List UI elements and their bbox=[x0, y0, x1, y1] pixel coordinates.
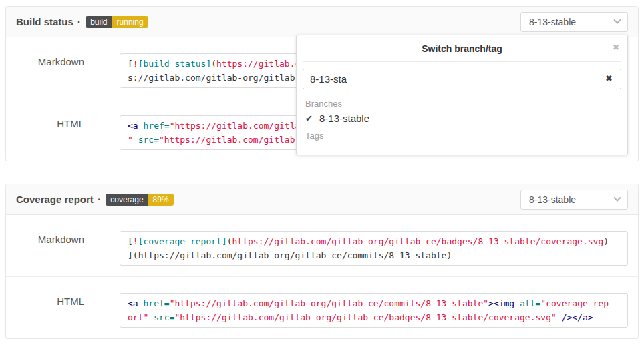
coverage-badge: coverage 89% bbox=[106, 194, 173, 206]
html-code-block: <a href="https://gitlab.com/gitlab-org/g… bbox=[120, 293, 628, 328]
row-label: Markdown bbox=[6, 231, 120, 245]
branch-item-label: 8-13-stable bbox=[319, 113, 369, 124]
badge-value: 89% bbox=[148, 194, 174, 206]
dropdown-header: Switch branch/tag ✖ bbox=[303, 35, 621, 62]
build-status-badge: build running bbox=[86, 16, 148, 28]
badge-label: coverage bbox=[106, 194, 148, 206]
panel-header: Coverage report · coverage 89% 8-13-stab… bbox=[6, 184, 638, 215]
branch-item[interactable]: ✔8-13-stable bbox=[297, 111, 627, 126]
code-line: ](https://gitlab.com/gitlab-org/gitlab-c… bbox=[128, 248, 620, 262]
row-label: HTML bbox=[6, 115, 120, 129]
title-separator: · bbox=[77, 16, 81, 28]
title-separator: · bbox=[98, 194, 101, 206]
row-label: HTML bbox=[6, 293, 120, 307]
branch-search-input[interactable] bbox=[303, 69, 621, 89]
dropdown-section-heading: Tags bbox=[297, 126, 627, 143]
panel-header: Build status · build running 8-13-stable bbox=[6, 7, 638, 37]
close-icon[interactable]: ✖ bbox=[613, 43, 619, 51]
panel-title: Build status bbox=[16, 16, 73, 27]
badge-value: running bbox=[112, 16, 148, 28]
html-row: HTML <a href="https://gitlab.com/gitlab-… bbox=[6, 276, 638, 338]
dropdown-title: Switch branch/tag bbox=[422, 43, 502, 54]
chevron-down-icon bbox=[613, 194, 621, 201]
markdown-row: Markdown [![coverage report](https://git… bbox=[6, 215, 638, 276]
coverage-report-panel: Coverage report · coverage 89% 8-13-stab… bbox=[5, 184, 639, 339]
switch-branch-dropdown: Switch branch/tag ✖ ✖ Branches✔8-13-stab… bbox=[296, 35, 628, 155]
branch-selector-button[interactable]: 8-13-stable bbox=[520, 190, 628, 210]
code-line: [![coverage report](https://gitlab.com/g… bbox=[128, 234, 620, 248]
clear-search-icon[interactable]: ✖ bbox=[605, 74, 613, 83]
code-line: <a href="https://gitlab.com/gitlab-org/g… bbox=[128, 296, 620, 310]
check-icon: ✔ bbox=[305, 113, 316, 123]
dropdown-section-heading: Branches bbox=[297, 94, 627, 111]
branch-selector-value: 8-13-stable bbox=[529, 17, 576, 27]
badge-label: build bbox=[86, 16, 112, 28]
dropdown-search: ✖ bbox=[297, 62, 627, 94]
markdown-code-block: [![coverage report](https://gitlab.com/g… bbox=[120, 231, 628, 266]
branch-selector-value: 8-13-stable bbox=[529, 194, 576, 205]
row-label: Markdown bbox=[6, 53, 120, 67]
code-line: ort" src="https://gitlab.com/gitlab-org/… bbox=[128, 310, 620, 324]
dropdown-sections: Branches✔8-13-stableTags bbox=[297, 94, 627, 143]
panel-title: Coverage report bbox=[16, 194, 94, 205]
branch-selector-button[interactable]: 8-13-stable bbox=[520, 12, 628, 32]
chevron-down-icon bbox=[613, 16, 621, 23]
